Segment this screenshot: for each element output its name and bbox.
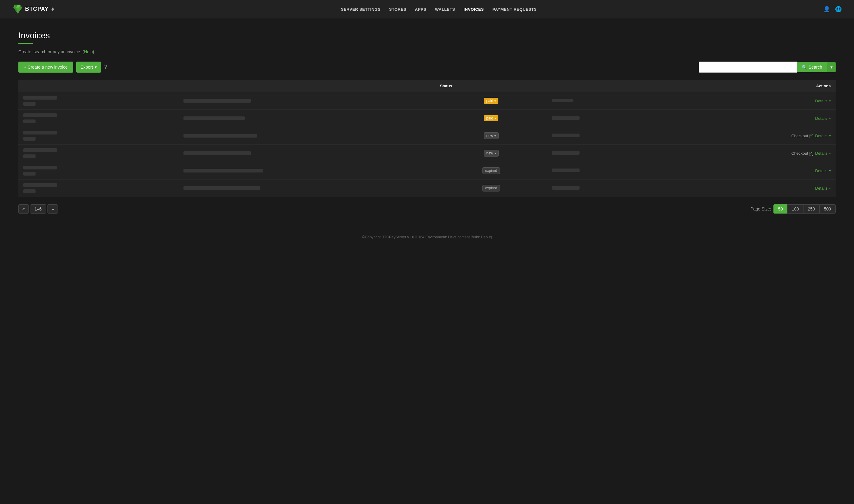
- brand: BTCPAY ♦: [12, 4, 54, 15]
- nav-item-stores[interactable]: STORES: [389, 7, 406, 12]
- date-line1: [23, 113, 57, 117]
- details-link[interactable]: Details: [815, 186, 828, 191]
- page-size-500-button[interactable]: 500: [819, 204, 836, 214]
- order-line1: [183, 186, 260, 190]
- globe-icon-button[interactable]: 🌐: [835, 6, 842, 13]
- search-icon: 🔍: [802, 65, 807, 70]
- toolbar-left: + Create a new invoice Export ▾ ?: [18, 61, 107, 73]
- nav-item-apps[interactable]: APPS: [415, 7, 426, 12]
- status-label: paid: [486, 98, 493, 103]
- amount-value: [552, 98, 574, 102]
- checkout-link[interactable]: Checkout [^]: [791, 133, 813, 138]
- next-page-button[interactable]: »: [48, 204, 58, 214]
- checkout-link[interactable]: Checkout [^]: [791, 151, 813, 156]
- table-row: expired Details ▾: [18, 162, 836, 180]
- details-caret-icon: ▾: [829, 117, 831, 120]
- details-link[interactable]: Details: [815, 133, 828, 138]
- search-dropdown-button[interactable]: ▾: [827, 62, 836, 72]
- help-link[interactable]: Help: [84, 49, 93, 54]
- order-line1: [183, 169, 263, 173]
- status-label: paid: [486, 116, 493, 121]
- cell-order: [179, 180, 435, 197]
- btcpay-logo: [12, 4, 23, 15]
- details-link[interactable]: Details: [815, 116, 828, 121]
- nav-item-wallets[interactable]: WALLETS: [435, 7, 455, 12]
- cell-amount: [547, 145, 675, 162]
- status-label: new: [487, 151, 493, 155]
- cell-status: new ▾: [435, 127, 547, 145]
- cell-actions: Details ▾: [675, 162, 836, 180]
- amount-value: [552, 186, 580, 190]
- header-order: [179, 80, 435, 92]
- date-line1: [23, 183, 57, 187]
- export-button[interactable]: Export ▾: [76, 61, 101, 73]
- search-button[interactable]: 🔍 Search: [797, 62, 827, 72]
- status-badge-expired[interactable]: expired: [483, 185, 500, 192]
- status-label: new: [487, 133, 493, 138]
- page-size-label: Page Size:: [750, 206, 771, 211]
- subtitle-suffix: ): [93, 49, 94, 54]
- cell-actions: Checkout [^] Details ▾: [675, 127, 836, 145]
- badge-caret-icon: ▾: [494, 152, 496, 155]
- navbar: BTCPAY ♦ SERVER SETTINGS STORES APPS WAL…: [0, 0, 854, 18]
- page-size-group: Page Size: 50 100 250 500: [750, 204, 836, 214]
- date-line1: [23, 166, 57, 169]
- header-status: Status: [435, 80, 547, 92]
- nav-links: SERVER SETTINGS STORES APPS WALLETS INVO…: [341, 7, 537, 12]
- subtitle: Create, search or pay an invoice. (Help): [18, 49, 836, 54]
- cell-status: expired: [435, 180, 547, 197]
- amount-value: [552, 168, 580, 172]
- status-label: expired: [485, 168, 497, 173]
- page-size-buttons: 50 100 250 500: [774, 204, 836, 214]
- nav-item-server-settings[interactable]: SERVER SETTINGS: [341, 7, 380, 12]
- cell-order: [179, 162, 435, 180]
- table-header: Status Actions: [18, 80, 836, 92]
- date-line1: [23, 148, 57, 152]
- help-icon[interactable]: ?: [104, 64, 107, 70]
- status-badge-expired[interactable]: expired: [483, 167, 500, 174]
- date-line2: [23, 155, 36, 158]
- brand-link[interactable]: BTCPAY: [12, 4, 49, 15]
- status-badge-paid[interactable]: paid ▾: [484, 115, 498, 121]
- details-link[interactable]: Details: [815, 168, 828, 173]
- pagination: « 1–6 »: [18, 204, 58, 214]
- nav-item-payment-requests[interactable]: PAYMENT REQUESTS: [493, 7, 537, 12]
- order-line1: [183, 151, 251, 155]
- cell-date: [18, 127, 179, 145]
- search-label: Search: [808, 65, 822, 70]
- page-range: 1–6: [30, 204, 46, 214]
- details-caret-icon: ▾: [829, 99, 831, 103]
- main-content: Invoices Create, search or pay an invoic…: [0, 18, 854, 226]
- page-size-50-button[interactable]: 50: [774, 204, 787, 214]
- status-badge-paid[interactable]: paid ▾: [484, 98, 498, 104]
- cell-actions: Checkout [^] Details ▾: [675, 145, 836, 162]
- page-size-100-button[interactable]: 100: [787, 204, 803, 214]
- nav-icons: 👤 🌐: [823, 6, 842, 13]
- order-line1: [183, 99, 251, 103]
- user-icon-button[interactable]: 👤: [823, 6, 830, 13]
- cell-amount: [547, 180, 675, 197]
- create-invoice-button[interactable]: + Create a new invoice: [18, 61, 73, 73]
- order-line1: [183, 116, 245, 120]
- header-actions: Actions: [675, 80, 836, 92]
- page-size-250-button[interactable]: 250: [803, 204, 819, 214]
- amount-value: [552, 133, 580, 137]
- toolbar-right: 🔍 Search ▾: [699, 61, 836, 73]
- cell-order: [179, 110, 435, 127]
- export-label: Export: [80, 65, 93, 70]
- details-caret-icon: ▾: [829, 134, 831, 138]
- status-badge-new[interactable]: new ▾: [484, 132, 499, 139]
- cell-status: new ▾: [435, 145, 547, 162]
- badge-caret-icon: ▾: [494, 99, 496, 103]
- order-line1: [183, 134, 257, 138]
- table-row: paid ▾ Details ▾: [18, 110, 836, 127]
- pagination-bar: « 1–6 » Page Size: 50 100 250 500: [18, 204, 836, 214]
- status-badge-new[interactable]: new ▾: [484, 150, 499, 157]
- date-line1: [23, 131, 57, 134]
- search-input[interactable]: [699, 61, 797, 73]
- details-link[interactable]: Details: [815, 98, 828, 103]
- cell-actions: Details ▾: [675, 180, 836, 197]
- prev-page-button[interactable]: «: [18, 204, 29, 214]
- nav-item-invoices[interactable]: INVOICES: [464, 7, 484, 12]
- details-link[interactable]: Details: [815, 151, 828, 156]
